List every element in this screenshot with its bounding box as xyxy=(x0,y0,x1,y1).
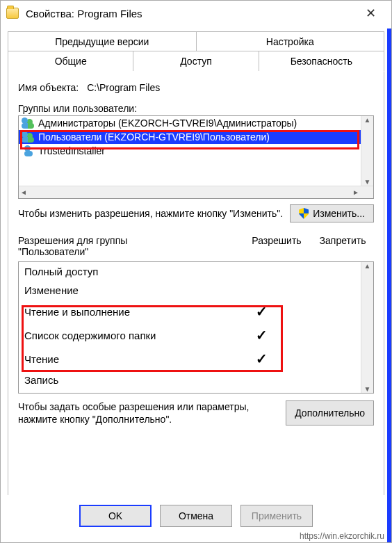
allow-mark: ✓ xyxy=(230,303,293,320)
vertical-scrollbar[interactable]: ▲▼ xyxy=(361,262,373,393)
close-button[interactable]: ✕ xyxy=(355,3,386,23)
col-deny: Запретить xyxy=(311,235,374,257)
window-title: Свойства: Program Files xyxy=(26,8,355,19)
tab-sharing[interactable]: Доступ xyxy=(133,51,259,72)
list-item[interactable]: Пользователи (EKZORCH-GTVREI9\Пользовате… xyxy=(19,130,361,144)
advanced-button[interactable]: Дополнительно xyxy=(286,400,374,426)
cancel-button[interactable]: Отмена xyxy=(160,505,232,527)
permissions-label: Разрешения для группы "Пользователи" xyxy=(18,235,242,257)
advanced-hint: Чтобы задать особые разрешения или парам… xyxy=(18,400,279,426)
shield-icon xyxy=(299,208,309,219)
user-icon xyxy=(22,145,35,156)
tabs: Предыдущие версии Настройка Общие Доступ… xyxy=(1,26,391,71)
folder-icon xyxy=(6,8,19,19)
edit-button-label: Изменить... xyxy=(313,208,365,219)
tab-general[interactable]: Общие xyxy=(8,51,133,72)
list-item-label: Администраторы (EKZORCH-GTVREI9\Админист… xyxy=(38,117,297,129)
list-item[interactable]: Администраторы (EKZORCH-GTVREI9\Админист… xyxy=(19,116,361,130)
object-name-value: C:\Program Files xyxy=(87,82,160,93)
tab-customize[interactable]: Настройка xyxy=(197,31,385,51)
apply-button[interactable]: Применить xyxy=(240,505,313,527)
group-icon xyxy=(22,131,35,143)
titlebar: Свойства: Program Files ✕ xyxy=(1,1,391,26)
vertical-scrollbar[interactable]: ▲▼ xyxy=(361,116,373,186)
perm-row[interactable]: Запись xyxy=(19,371,361,389)
edit-hint: Чтобы изменить разрешения, нажмите кнопк… xyxy=(18,207,290,220)
perm-row[interactable]: Изменение xyxy=(19,281,361,300)
tab-previous-versions[interactable]: Предыдущие версии xyxy=(8,31,197,51)
groups-listbox[interactable]: Администраторы (EKZORCH-GTVREI9\Админист… xyxy=(18,115,374,199)
list-item-label: Пользователи (EKZORCH-GTVREI9\Пользовате… xyxy=(38,131,270,143)
watermark: https://win.ekzorchik.ru xyxy=(300,531,384,541)
groups-label: Группы или пользователи: xyxy=(18,103,374,114)
properties-window: Свойства: Program Files ✕ Предыдущие вер… xyxy=(0,0,392,543)
allow-mark: ✓ xyxy=(230,327,293,343)
advanced-button-label: Дополнительно xyxy=(295,407,365,419)
edit-button[interactable]: Изменить... xyxy=(290,204,374,222)
security-panel: Имя объекта: C:\Program Files Группы или… xyxy=(8,71,384,496)
group-icon xyxy=(22,117,35,129)
permissions-listbox[interactable]: Полный доступ Изменение Чтение и выполне… xyxy=(18,261,374,394)
list-item-label: TrustedInstaller xyxy=(38,145,105,156)
perm-row[interactable]: Чтение и выполнение ✓ xyxy=(19,300,361,323)
perm-row[interactable]: Список содержимого папки ✓ xyxy=(19,323,361,347)
decorative-edge xyxy=(387,29,391,542)
tab-security[interactable]: Безопасность xyxy=(259,51,384,72)
ok-button[interactable]: OK xyxy=(79,505,152,527)
perm-row[interactable]: Полный доступ xyxy=(19,262,361,281)
object-name-label: Имя объекта: xyxy=(18,82,79,93)
perm-row[interactable]: Чтение ✓ xyxy=(19,347,361,371)
allow-mark: ✓ xyxy=(230,350,293,367)
list-item[interactable]: TrustedInstaller xyxy=(19,144,361,158)
col-allow: Разрешить xyxy=(242,235,311,257)
horizontal-scrollbar[interactable]: ◄► xyxy=(19,186,373,198)
